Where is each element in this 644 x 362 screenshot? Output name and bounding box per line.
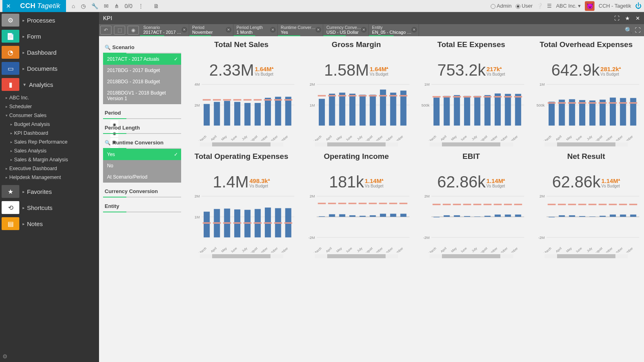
kpi-title: Net Result [533, 152, 640, 161]
cb-fullscreen-icon[interactable]: ⛶ [635, 27, 641, 34]
filter-option[interactable]: No [103, 160, 181, 171]
clock-icon[interactable]: ◷ [81, 3, 86, 9]
filter-option[interactable]: 2018BDGV1 - 2018 Budget Version 1 [103, 87, 181, 104]
chart-scrollbar[interactable] [545, 254, 628, 258]
crumb-clear-icon[interactable]: ✕ [411, 27, 417, 33]
wrench-icon[interactable]: 🔧 [91, 3, 98, 9]
svg-text:2M: 2M [424, 194, 429, 198]
cb-back-icon[interactable]: ↶ [100, 26, 111, 35]
tree-subitem[interactable]: ▸Sales Rep Performance◉ [0, 138, 99, 146]
crumb-clear-icon[interactable]: ✕ [361, 27, 367, 33]
kpi-card: Net Result 62.86k 1.14M▴ Vs Budget -2M2M… [533, 150, 640, 258]
svg-text:March: March [198, 135, 207, 141]
tree-item[interactable]: ▸ABC Inc. [0, 93, 99, 102]
cb-target-icon[interactable]: ◉ [128, 26, 139, 35]
tree-item-consumer-sales[interactable]: ▾Consumer Sales [0, 111, 99, 120]
svg-rect-81 [485, 95, 491, 125]
cb-select-icon[interactable]: ⬚ [114, 26, 125, 35]
mail-icon[interactable]: ✉ [104, 3, 109, 9]
doc-icon[interactable]: 🗎 [153, 3, 159, 9]
close-app-icon[interactable]: ✕ [2, 0, 14, 12]
sidebar-item-notes[interactable]: ▤ ▸Notes [0, 216, 99, 232]
role-admin-radio[interactable]: Admin [491, 3, 512, 9]
svg-text:October: October [267, 135, 279, 141]
svg-text:August: August [593, 246, 603, 253]
help-icon[interactable]: ❔ [537, 3, 543, 9]
tab-close-icon[interactable]: ✕ [636, 15, 640, 21]
kpi-title: Total EE Expenses [417, 40, 525, 49]
filter-header[interactable]: Period [103, 107, 181, 119]
crumb-scenario[interactable]: Scenario2017ACT - 2017 … ✕ [140, 24, 189, 36]
tree-subitem[interactable]: ▸Sales Analysis◉ [0, 146, 99, 155]
chart-scrollbar[interactable] [429, 254, 513, 258]
tree-subitem[interactable]: ▸KPI Dashboard◉ [0, 129, 99, 138]
tree-item[interactable]: ▸Scheduler [0, 102, 99, 111]
crumb-clear-icon[interactable]: ✕ [316, 27, 321, 33]
kpi-vs-label: Vs Budget [250, 184, 268, 188]
filter-option[interactable]: At Scenario/Period [103, 171, 181, 183]
avatar-icon[interactable]: 😈 [585, 1, 594, 11]
tree-subitem[interactable]: ▸Budget Analysis◉ [0, 120, 99, 129]
crumb-clear-icon[interactable]: ✕ [182, 27, 187, 33]
filter-header[interactable]: 🔍Runtime Conversion [103, 137, 181, 149]
sidebar-item-processes[interactable]: ⚙ ▸Processes [0, 12, 99, 28]
filter-header[interactable]: Entity [103, 201, 181, 212]
sidebar-item-shortcuts[interactable]: ⟲ ▸Shortcuts [0, 200, 99, 216]
crumb-entity[interactable]: EntityEN_05 - Chicago … ✕ [369, 24, 419, 36]
chart-scrollbar[interactable] [315, 254, 398, 258]
share-icon[interactable]: ⋔ [114, 3, 119, 9]
svg-rect-179 [380, 214, 386, 217]
org-dropdown[interactable]: ABC Inc. ▾ [556, 3, 581, 9]
svg-rect-176 [369, 215, 376, 217]
chart-scrollbar[interactable] [200, 254, 283, 258]
svg-text:May: May [450, 134, 458, 141]
chart-scrollbar[interactable] [545, 142, 628, 146]
role-user-radio[interactable]: User [516, 3, 533, 9]
tab-expand-icon[interactable]: ⛶ [614, 15, 619, 21]
crumb-clear-icon[interactable]: ✕ [270, 27, 276, 33]
filter-header[interactable]: Currency Conversion [103, 186, 181, 197]
filter-option[interactable]: Yes [103, 149, 181, 160]
svg-rect-22 [265, 98, 271, 125]
filter-option[interactable]: 2017BDG - 2017 Budget [103, 65, 181, 76]
tree-item[interactable]: ▸Helpdesk Management [0, 173, 99, 182]
sidebar-item-favorites[interactable]: ★ ▸Favorites [0, 183, 99, 200]
crumb-periodlength[interactable]: Period Length1 Month ✕ [233, 24, 278, 36]
sidebar-item-form[interactable]: 📄 ▸Form [0, 28, 99, 44]
tree-item[interactable]: ▸Executive Dashboard [0, 164, 99, 173]
crumb-currencyconve[interactable]: Currency Conve…USD - US Dollar ✕ [323, 24, 369, 36]
sidebar-item-documents[interactable]: ▭ ▸Documents [0, 60, 99, 76]
tab-star-icon[interactable]: ★ [625, 15, 630, 21]
crumb-runtimeconver[interactable]: Runtime Conver…Yes ✕ [278, 24, 323, 36]
filter-option[interactable]: 2018BDG - 2018 Budget [103, 76, 181, 87]
home-icon[interactable]: ⌂ [72, 3, 75, 9]
chart-scrollbar[interactable] [429, 142, 513, 146]
svg-text:April: April [555, 247, 562, 253]
sidebar-item-analytics[interactable]: ▮ ▼Analytics [0, 76, 99, 93]
filter-option[interactable]: 2017ACT - 2017 Actuals [103, 53, 181, 65]
filter-header[interactable]: 🔍Scenario [103, 42, 181, 53]
svg-text:1M: 1M [194, 215, 200, 219]
shortcuts-icon: ⟲ [2, 201, 19, 214]
chart-scrollbar[interactable] [315, 142, 398, 146]
cb-search-icon[interactable]: 🔍 [625, 27, 632, 34]
sidebar-settings-icon[interactable]: ⚙ [0, 351, 99, 362]
svg-text:March: March [313, 247, 322, 253]
list-icon[interactable]: ☰ [547, 3, 552, 9]
svg-text:July: July [356, 246, 363, 253]
svg-text:July: July [471, 134, 478, 141]
sidebar-item-dashboard[interactable]: ◔ ▸Dashboard [0, 44, 99, 60]
counter-label: 0/0 [125, 3, 132, 9]
filter-header[interactable]: Period Length [103, 122, 181, 134]
svg-text:-2M: -2M [308, 236, 315, 240]
power-icon[interactable]: ⏻ [635, 2, 642, 10]
svg-rect-233 [569, 215, 575, 217]
crumb-clear-icon[interactable]: ✕ [226, 27, 231, 33]
kpi-diff-value: 1.64M▴ [369, 66, 388, 72]
tree-subitem[interactable]: ▸Sales & Margin Analysis◉ [0, 155, 99, 164]
more-icon[interactable]: ⋮ [138, 3, 144, 9]
svg-rect-106 [579, 100, 585, 125]
svg-text:July: July [586, 134, 593, 141]
crumb-period[interactable]: PeriodNovember ✕ [189, 24, 233, 36]
chart-scrollbar[interactable] [200, 142, 283, 146]
